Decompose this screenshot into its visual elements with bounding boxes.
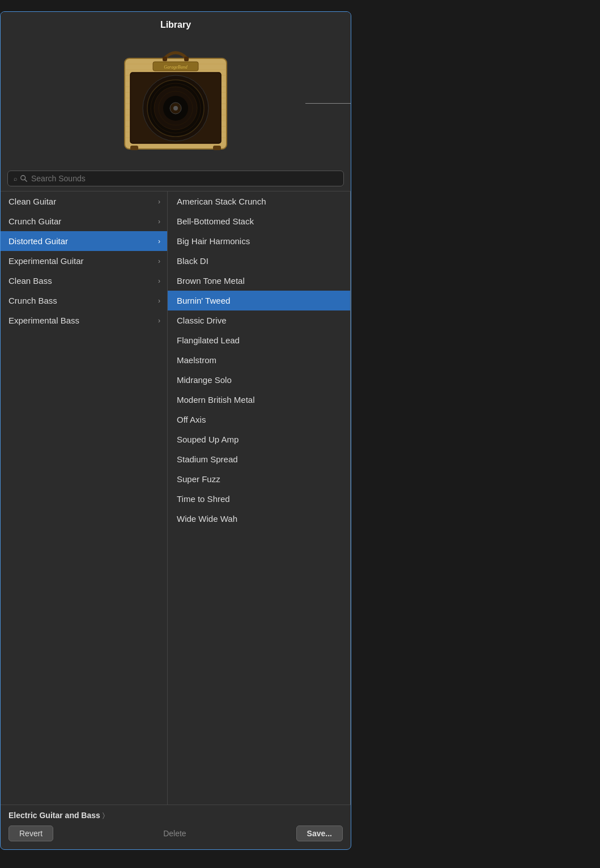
sound-item-bell-bottomed-stack[interactable]: Bell-Bottomed Stack xyxy=(168,211,351,231)
sound-label: Maelstrom xyxy=(177,355,216,365)
category-label: Experimental Bass xyxy=(8,316,79,325)
sound-label: Burnin' Tweed xyxy=(177,296,230,305)
callout-line xyxy=(305,103,351,104)
category-list: Clean Guitar›Crunch Guitar›Distorted Gui… xyxy=(1,192,168,805)
search-bar[interactable]: ⌕ xyxy=(7,171,344,186)
breadcrumb-chevron-icon: 〉 xyxy=(103,811,105,819)
sound-item-time-to-shred[interactable]: Time to Shred xyxy=(168,489,351,509)
category-item-distorted-guitar[interactable]: Distorted Guitar› xyxy=(1,231,167,251)
sound-label: Bell-Bottomed Stack xyxy=(177,216,254,226)
sound-item-midrange-solo[interactable]: Midrange Solo xyxy=(168,370,351,390)
category-chevron-icon: › xyxy=(158,297,160,305)
category-label: Clean Guitar xyxy=(8,197,56,206)
sound-label: Big Hair Harmonics xyxy=(177,236,250,246)
sound-label: Black DI xyxy=(177,256,208,266)
sound-label: American Stack Crunch xyxy=(177,197,266,206)
sound-label: Midrange Solo xyxy=(177,375,232,385)
svg-rect-29 xyxy=(213,146,221,150)
scrollbar-track xyxy=(350,192,351,805)
category-chevron-icon: › xyxy=(158,317,160,325)
svg-rect-15 xyxy=(163,57,167,61)
svg-rect-28 xyxy=(130,146,138,150)
breadcrumb-text: Electric Guitar and Bass xyxy=(8,811,100,820)
amp-image: GarageBand xyxy=(116,41,235,160)
sound-label: Flangilated Lead xyxy=(177,335,240,345)
svg-text:GarageBand: GarageBand xyxy=(164,65,188,70)
sound-item-big-hair-harmonics[interactable]: Big Hair Harmonics xyxy=(168,231,351,251)
sound-item-stadium-spread[interactable]: Stadium Spread xyxy=(168,449,351,469)
library-panel: Library xyxy=(0,11,351,850)
sound-item-modern-british-metal[interactable]: Modern British Metal xyxy=(168,390,351,410)
lists-container: Clean Guitar›Crunch Guitar›Distorted Gui… xyxy=(1,191,351,805)
sound-item-american-stack-crunch[interactable]: American Stack Crunch xyxy=(168,192,351,211)
sound-label: Modern British Metal xyxy=(177,395,255,405)
sound-label: Wide Wide Wah xyxy=(177,514,237,524)
sound-item-super-fuzz[interactable]: Super Fuzz xyxy=(168,469,351,489)
footer: Electric Guitar and Bass 〉 Revert Delete… xyxy=(1,805,351,849)
svg-rect-16 xyxy=(184,57,189,61)
category-item-clean-guitar[interactable]: Clean Guitar› xyxy=(1,192,167,211)
sound-item-maelstrom[interactable]: Maelstrom xyxy=(168,350,351,370)
search-dropdown-icon: ⌕ xyxy=(14,175,18,182)
save-button[interactable]: Save... xyxy=(296,826,343,841)
sound-label: Off Axis xyxy=(177,415,206,424)
category-item-clean-bass[interactable]: Clean Bass› xyxy=(1,271,167,291)
sound-label: Souped Up Amp xyxy=(177,435,239,444)
breadcrumb-row: Electric Guitar and Bass 〉 xyxy=(8,811,343,820)
revert-button[interactable]: Revert xyxy=(8,826,53,841)
sound-item-souped-up-amp[interactable]: Souped Up Amp xyxy=(168,429,351,449)
category-chevron-icon: › xyxy=(158,257,160,265)
sound-item-burnin-tweed[interactable]: Burnin' Tweed xyxy=(168,291,351,310)
amp-image-area: GarageBand xyxy=(1,36,351,171)
category-label: Crunch Bass xyxy=(8,296,57,305)
category-label: Crunch Guitar xyxy=(8,216,61,226)
panel-title: Library xyxy=(1,12,351,36)
category-label: Clean Bass xyxy=(8,276,52,286)
category-item-experimental-bass[interactable]: Experimental Bass› xyxy=(1,310,167,330)
svg-point-23 xyxy=(173,106,178,110)
sound-item-off-axis[interactable]: Off Axis xyxy=(168,410,351,429)
delete-button: Delete xyxy=(153,826,196,841)
sound-item-black-di[interactable]: Black DI xyxy=(168,251,351,271)
sound-item-wide-wide-wah[interactable]: Wide Wide Wah xyxy=(168,509,351,529)
sound-item-brown-tone-metal[interactable]: Brown Tone Metal xyxy=(168,271,351,291)
sound-label: Super Fuzz xyxy=(177,474,220,484)
category-chevron-icon: › xyxy=(158,198,160,206)
category-chevron-icon: › xyxy=(158,237,160,245)
sound-label: Classic Drive xyxy=(177,316,227,325)
sound-label: Time to Shred xyxy=(177,494,230,504)
category-chevron-icon: › xyxy=(158,218,160,225)
sound-item-flangilated-lead[interactable]: Flangilated Lead xyxy=(168,330,351,350)
category-item-experimental-guitar[interactable]: Experimental Guitar› xyxy=(1,251,167,271)
sound-label: Brown Tone Metal xyxy=(177,276,245,286)
sound-label: Stadium Spread xyxy=(177,454,238,464)
category-item-crunch-bass[interactable]: Crunch Bass› xyxy=(1,291,167,310)
category-chevron-icon: › xyxy=(158,277,160,285)
button-row: Revert Delete Save... xyxy=(8,826,343,846)
sounds-list: American Stack CrunchBell-Bottomed Stack… xyxy=(168,192,351,805)
search-icon xyxy=(20,175,28,182)
category-item-crunch-guitar[interactable]: Crunch Guitar› xyxy=(1,211,167,231)
svg-line-31 xyxy=(25,180,27,182)
search-input[interactable] xyxy=(31,174,338,183)
sound-item-classic-drive[interactable]: Classic Drive xyxy=(168,310,351,330)
category-label: Experimental Guitar xyxy=(8,256,84,266)
category-label: Distorted Guitar xyxy=(8,236,68,246)
